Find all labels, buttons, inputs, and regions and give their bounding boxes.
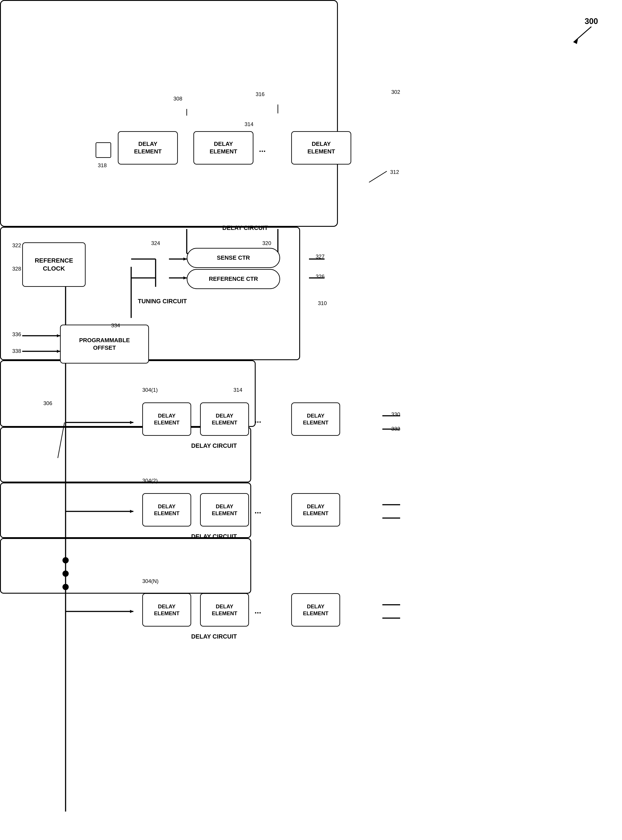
label-314-top: 314 [244, 121, 253, 127]
dots-top: ... [259, 145, 266, 154]
outer-box-302 [0, 0, 338, 227]
input-buffer-318 [96, 142, 111, 158]
svg-line-0 [573, 27, 592, 42]
diagram: DELAY CIRCUIT TUNING CIRCUIT DELAYELEMEN… [0, 0, 622, 840]
de-304-1-last: DELAYELEMENT [291, 402, 340, 436]
label-334: 334 [111, 322, 120, 329]
delay-circuit-label-2: DELAY CIRCUIT [191, 533, 237, 540]
de-304-1-a: DELAYELEMENT [142, 402, 191, 436]
label-327: 327 [316, 253, 325, 260]
label-302: 302 [391, 89, 400, 95]
de-304-N-b: DELAYELEMENT [200, 593, 249, 627]
label-338: 338 [12, 348, 21, 354]
label-304-2: 304(2) [142, 477, 158, 484]
de-304-2-b: DELAYELEMENT [200, 493, 249, 526]
label-312: 312 [390, 169, 399, 175]
svg-marker-32 [130, 610, 133, 613]
de-304-N-a: DELAYELEMENT [142, 593, 191, 627]
label-300: 300 [585, 17, 598, 26]
de-304-N-last: DELAYELEMENT [291, 593, 340, 627]
label-306: 306 [43, 400, 52, 406]
label-322: 322 [12, 242, 21, 248]
dots-304-N: ... [255, 606, 261, 616]
dots-304-1: ... [255, 415, 261, 425]
delay-circuit-label-N: DELAY CIRCUIT [191, 633, 237, 640]
de-304-2-a: DELAYELEMENT [142, 493, 191, 526]
delay-circuit-label-1: DELAY CIRCUIT [191, 442, 237, 449]
programmable-offset-box: PROGRAMMABLEOFFSET [60, 325, 149, 364]
sense-ctr-box: SENSE CTR [187, 248, 280, 268]
label-324: 324 [151, 240, 160, 246]
label-318: 318 [98, 162, 107, 169]
delay-element-top-1: DELAYELEMENT [118, 131, 178, 165]
dots-304-2: ... [255, 506, 261, 515]
label-332: 332 [391, 426, 400, 432]
delay-element-top-last: DELAYELEMENT [291, 131, 351, 165]
label-304-N: 304(N) [142, 578, 159, 584]
delay-circuit-label-top: DELAY CIRCUIT [222, 224, 268, 232]
label-336: 336 [12, 331, 21, 337]
tuning-circuit-label: TUNING CIRCUIT [138, 298, 187, 305]
delay-circuit-304-N [0, 538, 251, 594]
label-330: 330 [391, 411, 400, 418]
label-316: 316 [256, 91, 265, 98]
label-328: 328 [12, 266, 21, 272]
label-320: 320 [262, 240, 271, 246]
reference-ctr-box: REFERENCE CTR [187, 269, 280, 289]
de-304-2-last: DELAYELEMENT [291, 493, 340, 526]
svg-line-44 [369, 171, 387, 182]
label-326: 326 [316, 273, 325, 280]
label-304-1: 304(1) [142, 387, 158, 393]
label-308: 308 [174, 96, 182, 102]
de-304-1-b: DELAYELEMENT [200, 402, 249, 436]
delay-element-top-2: DELAYELEMENT [194, 131, 253, 165]
label-310: 310 [318, 300, 327, 306]
svg-marker-1 [573, 39, 578, 44]
reference-clock-box: REFERENCECLOCK [22, 242, 85, 287]
label-314-1: 314 [233, 387, 242, 393]
